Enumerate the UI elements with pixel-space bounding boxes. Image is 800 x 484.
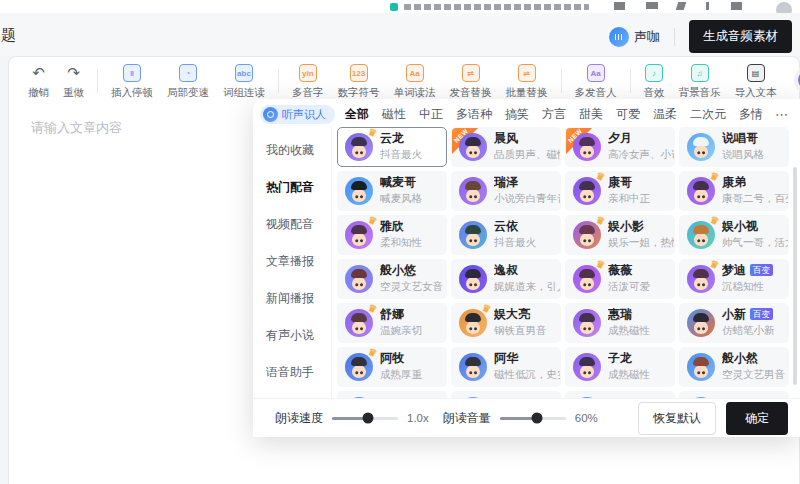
tab-温柔[interactable]: 温柔 — [653, 106, 677, 123]
voice-card-娱小视[interactable]: ♛娱小视帅气一哥，活力轻快 — [679, 215, 789, 255]
voice-card-梦迪[interactable]: ♛梦迪百变沉稳知性 — [679, 259, 789, 299]
voice-card-阿牧[interactable]: ♛阿牧成熟厚重 — [337, 347, 447, 387]
tab-磁性[interactable]: 磁性 — [382, 106, 406, 123]
voice-card-阿华[interactable]: 阿华磁性低沉，史实记录 — [451, 347, 561, 387]
voice-name: 小新 — [722, 308, 746, 320]
voice-card-云龙[interactable]: ♛云龙抖音最火 — [337, 127, 447, 167]
tab-多情感[interactable]: 多情感 — [739, 106, 763, 123]
menu-item-视频配音[interactable]: 视频配音 — [253, 216, 331, 253]
extension-icon[interactable] — [646, 2, 658, 9]
voice-card-赛小清[interactable]: 赛小清 — [679, 391, 789, 398]
reset-default-button[interactable]: 恢复默认 — [638, 402, 716, 435]
voice-card-赛浩浩[interactable]: 赛浩浩 — [565, 391, 675, 398]
voice-card-瑞泽[interactable]: 瑞泽小说旁白青年音 — [451, 171, 561, 211]
toolbar-multi-speaker-button[interactable]: Aa多发音人 — [568, 64, 624, 100]
voice-card-惠瑞[interactable]: 惠瑞成熟磁性 — [565, 303, 675, 343]
voice-name-row: 雅欣 — [380, 220, 422, 232]
toolbar-insert-pause-button[interactable]: ‖插入停顿 — [104, 64, 160, 100]
tab-二次元[interactable]: 二次元 — [690, 106, 726, 123]
tab-甜美[interactable]: 甜美 — [579, 106, 603, 123]
avatar-art — [459, 177, 487, 205]
menu-item-我的收藏[interactable]: 我的收藏 — [253, 142, 331, 179]
toolbar-batch-replace-button[interactable]: ⇌批量替换 — [499, 64, 555, 100]
voice-avatar: ♛ — [345, 221, 373, 249]
voice-card-赛洪声[interactable]: 赛洪声 — [451, 391, 561, 398]
voice-name-row: 晨风 — [494, 132, 560, 144]
voice-card-娱大亮[interactable]: ♛娱大亮钢铁直男音 — [451, 303, 561, 343]
confirm-button[interactable]: 确定 — [726, 402, 788, 435]
toolbar-pronunciation-replace-button[interactable]: ⇄发音替换 — [443, 64, 499, 100]
voice-card-说唱哥[interactable]: 说唱哥说唱风格 — [679, 127, 789, 167]
generate-audio-button[interactable]: 生成音频素材 — [689, 20, 792, 53]
tab-中正[interactable]: 中正 — [419, 106, 443, 123]
voice-card-康弟[interactable]: ♛康弟康哥二号，百变男音 — [679, 171, 789, 211]
tab-方言[interactable]: 方言 — [542, 106, 566, 123]
voice-name: 瑞泽 — [494, 176, 518, 188]
grid-scrollbar[interactable] — [793, 167, 797, 385]
toolbar-redo-button[interactable]: ↷重做 — [56, 64, 91, 100]
volume-slider-thumb[interactable] — [531, 413, 542, 424]
toolbar-number-symbol-button[interactable]: 123数字符号 — [331, 64, 387, 100]
toolbar-word-reading-button[interactable]: Aa单词读法 — [387, 64, 443, 100]
voice-recognize-button[interactable]: 听声识人 — [260, 105, 335, 124]
download-icon[interactable] — [614, 2, 625, 10]
tab-多语种[interactable]: 多语种 — [456, 106, 492, 123]
editor-placeholder[interactable]: 请输入文章内容 — [31, 119, 122, 137]
voice-recognize-icon — [263, 107, 278, 122]
voice-card-般小冰[interactable]: 般小冰 — [337, 391, 447, 398]
volume-slider[interactable] — [500, 417, 566, 420]
menu-item-语音助手[interactable]: 语音助手 — [253, 364, 331, 401]
edit-icon[interactable] — [676, 2, 687, 10]
menu-dots-icon[interactable] — [706, 2, 709, 10]
menu-item-文章播报[interactable]: 文章播报 — [253, 253, 331, 290]
voice-card-舒娜[interactable]: ♛舒娜温婉亲切 — [337, 303, 447, 343]
speed-slider[interactable] — [332, 417, 398, 420]
voice-avatar — [459, 177, 487, 205]
voice-card-喊麦哥[interactable]: 喊麦哥喊麦风格 — [337, 171, 447, 211]
voice-card-康哥[interactable]: ♛康哥亲和中正 — [565, 171, 675, 211]
tab-搞笑[interactable]: 搞笑 — [505, 106, 529, 123]
voice-card-雅欣[interactable]: ♛雅欣柔和知性 — [337, 215, 447, 255]
tabs-more-button[interactable]: ⋯ — [773, 107, 794, 122]
speed-slider-thumb[interactable] — [362, 413, 373, 424]
voice-text: 子龙成熟磁性 — [608, 352, 650, 382]
toolbar-phrase-liaison-button[interactable]: abc词组连读 — [216, 64, 272, 100]
voice-card-云依[interactable]: 云依抖音最火 — [451, 215, 561, 255]
voice-avatar — [345, 177, 373, 205]
toolbar-polyphone-button[interactable]: yin多音字 — [285, 64, 331, 100]
voice-card-逸叔[interactable]: 逸叔娓娓道来，引人入胜 — [451, 259, 561, 299]
toolbar: ↶撤销↷重做‖插入停顿◔局部变速abc词组连读yin多音字123数字符号Aa单词… — [9, 57, 799, 100]
voice-avatar — [345, 265, 373, 293]
voice-card-夕月[interactable]: NEW夕月高冷女声、小说专属 — [565, 127, 675, 167]
avatar-art — [345, 397, 373, 398]
voice-avatar: ♛ — [345, 133, 373, 161]
voice-name-row: 康哥 — [608, 176, 650, 188]
toolbar-undo-button[interactable]: ↶撤销 — [21, 64, 56, 100]
toolbar-bgm-button[interactable]: ♫背景音乐 — [672, 64, 728, 100]
voice-card-娱小影[interactable]: ♛娱小影娱乐一姐，热情活力 — [565, 215, 675, 255]
panel-header: 听声识人 全部磁性中正多语种搞笑方言甜美可爱温柔二次元多情感干练抒情童声低沉浑厚… — [253, 99, 800, 127]
shengka-button[interactable]: 声咖 — [609, 27, 660, 47]
voice-card-晨风[interactable]: NEW晨风品质男声、磁性沉稳 — [451, 127, 561, 167]
toolbar-import-text-button[interactable]: ▤导入文本 — [728, 64, 784, 100]
voice-card-小新[interactable]: 小新百变仿蜡笔小新 — [679, 303, 789, 343]
tab-可爱[interactable]: 可爱 — [616, 106, 640, 123]
toolbar-sound-effect-button[interactable]: ♪音效 — [637, 64, 672, 100]
voice-card-般小悠[interactable]: 般小悠空灵文艺女音 — [337, 259, 447, 299]
toolbar-local-speed-button[interactable]: ◔局部变速 — [160, 64, 216, 100]
toolbar-divider — [97, 69, 98, 93]
current-voice-pill[interactable]: 云龙 | 1.0x — [794, 66, 800, 94]
avatar-art — [573, 309, 601, 337]
voice-card-般小然[interactable]: 般小然空灵文艺男音 — [679, 347, 789, 387]
tab-全部[interactable]: 全部 — [345, 106, 369, 123]
sidebar-icon[interactable] — [731, 2, 742, 10]
menu-item-新闻播报[interactable]: 新闻播报 — [253, 290, 331, 327]
menu-item-热门配音[interactable]: 热门配音 — [253, 179, 331, 216]
menu-item-有声小说[interactable]: 有声小说 — [253, 327, 331, 364]
voice-desc: 磁性低沉，史实记录 — [494, 368, 560, 382]
avatar-hair — [693, 137, 709, 146]
voice-card-薇薇[interactable]: ♛薇薇活泼可爱 — [565, 259, 675, 299]
page-title-partial[interactable]: 题 — [1, 26, 16, 45]
voice-card-子龙[interactable]: 子龙成熟磁性 — [565, 347, 675, 387]
voice-desc: 成熟磁性 — [608, 324, 650, 338]
